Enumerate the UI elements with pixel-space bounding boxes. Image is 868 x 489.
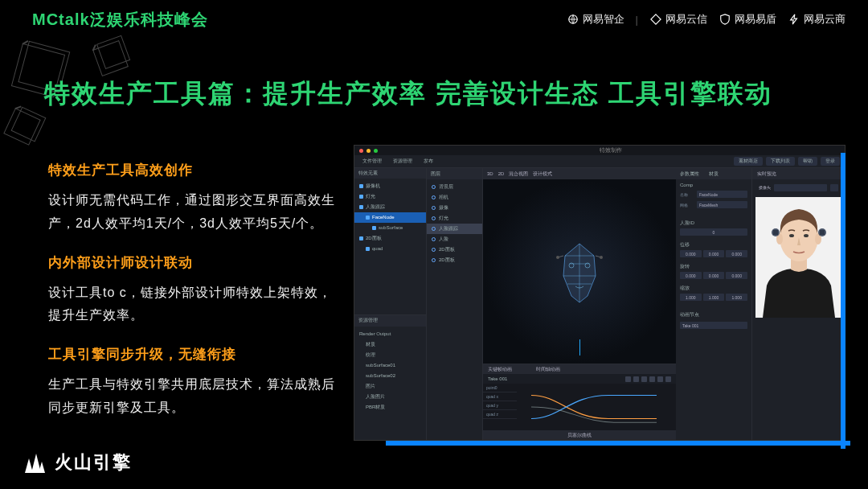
play-button[interactable] <box>633 376 639 382</box>
prop-section: Comp <box>676 179 751 189</box>
svg-point-4 <box>600 256 603 259</box>
panel-tab[interactable]: 材质 <box>709 171 719 178</box>
toolbar-button[interactable]: 登录 <box>821 157 840 166</box>
camera-select-row: 摄像头 <box>755 183 841 192</box>
layer-item[interactable]: 2D面板 <box>427 255 482 265</box>
number-input[interactable]: 0.000 <box>703 250 725 257</box>
number-input[interactable]: 1.000 <box>703 294 725 301</box>
layer-item[interactable]: 2D面板 <box>427 244 482 255</box>
slide-title: 特效生产工具篇：提升生产效率 完善设计生态 工具引擎联动 <box>44 76 836 112</box>
move-gizmo[interactable] <box>579 339 580 355</box>
tree-item[interactable]: quad <box>354 244 426 254</box>
layer-item[interactable]: 灯光 <box>427 213 482 224</box>
svg-point-13 <box>804 234 809 237</box>
eye-icon[interactable] <box>432 258 436 262</box>
tree-item[interactable]: subSurface01 <box>354 360 426 371</box>
tree-item[interactable]: Render Output <box>354 329 426 339</box>
number-input[interactable]: 0.000 <box>726 272 747 279</box>
number-input[interactable]: 1.000 <box>726 294 747 301</box>
prop-section: 动画节点 <box>676 308 751 320</box>
toolbar-button[interactable]: 文件管理 <box>359 157 385 166</box>
tree-item[interactable]: 图片 <box>354 381 426 392</box>
panel-icon <box>359 236 363 240</box>
tree-item[interactable]: subSurface <box>354 223 426 233</box>
layer-item[interactable]: 相机 <box>427 192 482 203</box>
toolbar-button[interactable]: 素材商店 <box>734 157 763 166</box>
mesh-field[interactable]: FaceMesh <box>697 201 747 208</box>
eye-icon[interactable] <box>432 216 436 220</box>
tree-label: 纹理 <box>366 351 375 359</box>
toolbar-button[interactable]: 发布 <box>420 157 436 166</box>
accent-border <box>841 153 845 449</box>
tree-item[interactable]: 2D面板 <box>354 233 426 244</box>
tree-item[interactable]: 纹理 <box>354 350 426 360</box>
camera-select[interactable] <box>774 184 827 191</box>
3d-viewport[interactable] <box>483 179 676 364</box>
timeline-tab[interactable]: 时间轴动画 <box>536 366 560 373</box>
layers-list: 背景层 相机 摄像 灯光 人脸跟踪 人脸 2D面板 2D面板 <box>427 179 482 440</box>
face-icon <box>359 205 363 209</box>
layer-item-selected[interactable]: 人脸跟踪 <box>427 224 482 234</box>
layer-item[interactable]: 人脸 <box>427 234 482 244</box>
tree-item[interactable]: 灯光 <box>354 191 426 202</box>
toolbar-button[interactable]: 资源管理 <box>390 157 416 166</box>
tree-item[interactable]: subSurface02 <box>354 371 426 381</box>
number-input[interactable]: 0.000 <box>680 250 702 257</box>
right-panels: 参数属性 材质 Comp 名称 FaceNode 网格 FaceMesh <box>676 168 845 440</box>
panel-tab[interactable]: 参数属性 <box>680 171 699 178</box>
layer-item[interactable]: 摄像 <box>427 203 482 213</box>
eye-icon[interactable] <box>432 206 436 210</box>
tree-label: 人脸跟踪 <box>366 203 385 211</box>
eye-icon[interactable] <box>432 185 436 189</box>
record-button[interactable] <box>665 376 671 382</box>
eye-icon[interactable] <box>432 227 436 231</box>
next-frame-button[interactable] <box>641 376 647 382</box>
number-input[interactable]: 0 <box>680 228 747 236</box>
hierarchy-panel: 特效元素 摄像机 灯光 人脸跟踪 FaceNode subSurface 2D面… <box>354 168 427 440</box>
viewport-tab[interactable]: 3D <box>487 171 493 176</box>
timeline-mode[interactable]: 贝塞尔曲线 <box>567 432 592 439</box>
toolbar-button[interactable]: 帮助 <box>798 157 817 166</box>
take-label[interactable]: Take 001 <box>488 376 507 381</box>
eye-icon[interactable] <box>432 195 436 199</box>
panel-title: 特效元素 <box>358 170 378 177</box>
toolbar-button[interactable]: 下载列表 <box>766 157 795 166</box>
tree-label: 摄像机 <box>366 183 380 190</box>
svg-point-12 <box>789 234 794 237</box>
number-input[interactable]: 0.000 <box>726 250 747 257</box>
tree-item[interactable]: PBR材质 <box>354 402 426 413</box>
tree-label: 图片 <box>366 383 375 390</box>
viewport-tab[interactable]: 设计模式 <box>533 171 552 178</box>
panel-header: 特效元素 <box>354 168 426 179</box>
loop-button[interactable] <box>657 376 663 382</box>
maximize-icon[interactable] <box>374 149 378 153</box>
number-input[interactable]: 0.000 <box>680 272 702 279</box>
tree-item[interactable]: 人脸图片 <box>354 392 426 402</box>
stop-button[interactable] <box>649 376 655 382</box>
prop-label: 人脸ID <box>676 216 751 228</box>
number-input[interactable]: 1.000 <box>680 294 702 301</box>
refresh-button[interactable] <box>830 184 838 191</box>
take-select[interactable]: Take 001 <box>680 322 747 329</box>
layer-item[interactable]: 背景层 <box>427 182 482 192</box>
eye-icon[interactable] <box>432 248 436 252</box>
viewport-tab[interactable]: 2D <box>498 171 505 176</box>
number-input[interactable]: 0.000 <box>703 272 725 279</box>
prev-frame-button[interactable] <box>625 376 631 382</box>
tree-item[interactable]: 材质 <box>354 339 426 350</box>
timeline-graph[interactable]: point0 quad x quad y quad z <box>483 384 676 430</box>
tree-item-selected[interactable]: FaceNode <box>354 212 426 223</box>
close-icon[interactable] <box>359 149 363 153</box>
viewport-tab[interactable]: 混合视图 <box>509 171 528 178</box>
tree-label: subSurface01 <box>366 363 395 368</box>
name-field[interactable]: FaceNode <box>697 191 747 198</box>
diamond-icon <box>649 13 662 26</box>
tree-item[interactable]: 摄像机 <box>354 181 426 191</box>
panel-title: 资源管理 <box>358 317 378 324</box>
preview-panel: 实时预览 摄像头 <box>752 168 845 440</box>
timeline-tab[interactable]: 关键帧动画 <box>488 366 512 373</box>
minimize-icon[interactable] <box>366 149 371 153</box>
timeline-footer: 贝塞尔曲线 <box>483 430 676 440</box>
tree-item[interactable]: 人脸跟踪 <box>354 202 426 212</box>
eye-icon[interactable] <box>432 237 436 241</box>
